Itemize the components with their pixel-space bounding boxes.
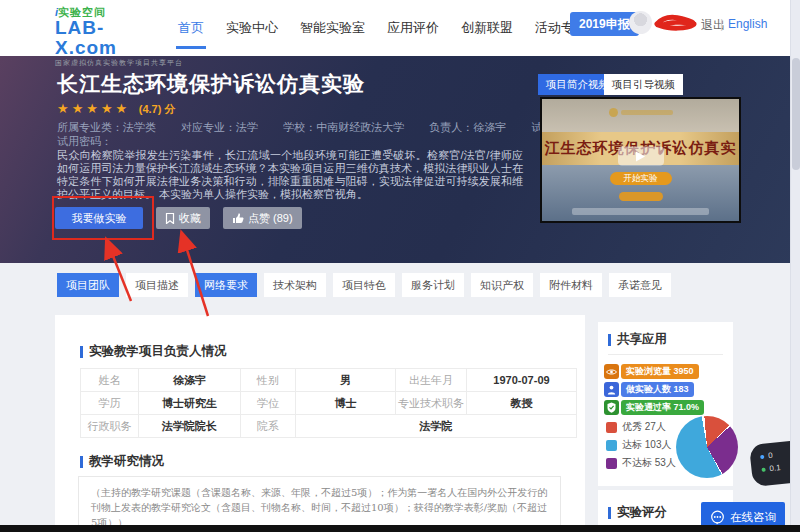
- legend-label-fail: 不达标 53人: [622, 456, 676, 470]
- section-accent-bar: [80, 456, 83, 468]
- main-content-card: 实验教学项目负责人情况 姓名 徐涤宇 性别 男 出生年月 1970-07-09 …: [55, 315, 585, 532]
- meta-major-value: 法学: [236, 121, 258, 133]
- meta-category-label: 所属专业类：: [57, 121, 123, 133]
- leader-section-title: 实验教学项目负责人情况: [89, 343, 227, 360]
- tab-guide-video[interactable]: 项目引导视频: [604, 74, 683, 95]
- tab-project-team[interactable]: 项目团队: [57, 273, 119, 297]
- green-dot-icon: [761, 467, 765, 471]
- tab-intellectual-property[interactable]: 知识产权: [471, 273, 533, 297]
- research-section-heading: 教学研究情况: [80, 453, 164, 470]
- emblem-text-bar: [621, 110, 673, 115]
- eye-icon: [604, 364, 619, 379]
- cell-education-value: 博士研究生: [139, 392, 241, 415]
- tab-attachments[interactable]: 附件材料: [540, 273, 602, 297]
- cell-degree-value: 博士: [296, 392, 396, 415]
- tab-project-description[interactable]: 项目描述: [126, 273, 188, 297]
- tab-commitment[interactable]: 承诺意见: [609, 273, 671, 297]
- meta-leader-label: 负责人：: [429, 121, 473, 133]
- tab-project-features[interactable]: 项目特色: [333, 273, 395, 297]
- legend-swatch-excellent: [606, 422, 617, 433]
- tab-service-plan[interactable]: 服务计划: [402, 273, 464, 297]
- shared-usage-card: 共享应用 实验浏览量 3950 做实验人数 183 实验通过率 71.0% 优秀…: [598, 322, 733, 486]
- views-stat-label: 实验浏览量 3950: [621, 364, 699, 379]
- site-logo[interactable]: i实验空间 LAB-X.com 国家虚拟仿真实验教学项目共享平台: [55, 7, 165, 67]
- emblem-seal-icon: [609, 108, 618, 117]
- play-icon: [636, 151, 645, 161]
- meta-category-value: 法学类: [123, 121, 156, 133]
- blue-dot-icon: [760, 454, 764, 458]
- legend-swatch-fail: [606, 458, 617, 469]
- collect-label: 收藏: [179, 211, 201, 226]
- nav-item-app-review[interactable]: 应用评价: [387, 19, 439, 37]
- tab-network-requirements[interactable]: 网络要求: [195, 273, 257, 297]
- thumbs-up-icon: [232, 212, 244, 224]
- star-icons: ★★★★★: [57, 101, 130, 116]
- language-link[interactable]: English: [728, 17, 767, 31]
- cell-birth-value: 1970-07-09: [467, 369, 577, 392]
- widget-value-1: 0: [767, 449, 773, 462]
- redacted-username-scribble: [653, 12, 699, 32]
- start-experiment-button[interactable]: 开始实验: [610, 172, 672, 185]
- logo-tagline: 国家虚拟仿真实验教学项目共享平台: [55, 58, 165, 67]
- table-row: 姓名 徐涤宇 性别 男 出生年月 1970-07-09: [81, 369, 577, 392]
- cell-name-value: 徐涤宇: [139, 369, 241, 392]
- legend-label-pass: 达标 103人: [622, 438, 671, 452]
- views-stat-badge: 实验浏览量 3950: [604, 364, 699, 379]
- table-row: 学历 博士研究生 学位 博士 专业技术职务 教授: [81, 392, 577, 415]
- video-thumbnail: 江生态环境保护诉讼仿真实 开始实验: [542, 99, 739, 221]
- header-separator: |: [720, 17, 723, 31]
- leader-section-heading: 实验教学项目负责人情况: [80, 343, 227, 360]
- logo-main: LAB-X.com: [55, 18, 165, 58]
- page-title: 长江生态环境保护诉讼仿真实验: [57, 70, 365, 98]
- scrollbar-thumb[interactable]: [792, 58, 800, 170]
- meta-major-label: 对应专业：: [181, 121, 236, 133]
- bottom-window-edge: [0, 525, 800, 532]
- cell-admin-value: 法学院院长: [139, 415, 241, 438]
- secondary-orange-chip: [619, 192, 663, 201]
- nav-item-smart-lab[interactable]: 智能实验室: [300, 19, 365, 37]
- user-icon: [604, 382, 619, 397]
- widget-value-2: 0.1: [769, 461, 781, 475]
- score-section-title: 实验评分: [617, 504, 667, 521]
- pass-rate-stat-badge: 实验通过率 71.0%: [604, 400, 704, 415]
- cell-birth-label: 出生年月: [396, 369, 467, 392]
- project-description: 民众向检察院举报发生污染事件，长江流域一个地段环境可能正遭受破坏。检察官/法官/…: [57, 149, 523, 201]
- cell-education-label: 学历: [81, 392, 139, 415]
- like-button[interactable]: 点赞 (89): [223, 207, 302, 229]
- chat-icon: [710, 510, 725, 525]
- nav-item-home[interactable]: 首页: [178, 19, 204, 37]
- cell-title-value: 教授: [467, 392, 577, 415]
- nav-item-innovation-alliance[interactable]: 创新联盟: [461, 19, 513, 37]
- legend-swatch-pass: [606, 440, 617, 451]
- play-button[interactable]: [618, 147, 664, 166]
- cell-gender-value: 男: [296, 369, 396, 392]
- main-nav: 首页 实验中心 智能实验室 应用评价 创新联盟 活动专题: [178, 0, 587, 56]
- score-section-heading: 实验评分: [608, 504, 667, 521]
- research-section-title: 教学研究情况: [89, 453, 164, 470]
- thumbnail-emblem: [609, 108, 673, 117]
- do-experiment-button[interactable]: 我要做实验: [55, 207, 143, 229]
- section-accent-bar: [608, 334, 611, 346]
- thumbnail-caption-bar: [572, 208, 710, 215]
- meta-trial-password-label: 试用密码：: [57, 134, 112, 149]
- nav-item-experiment-center[interactable]: 实验中心: [226, 19, 278, 37]
- rating-row: ★★★★★ (4.7) 分: [57, 99, 175, 117]
- video-player[interactable]: 江生态环境保护诉讼仿真实 开始实验: [540, 97, 741, 223]
- avatar[interactable]: [629, 11, 652, 34]
- results-pie-chart: [676, 416, 738, 478]
- cell-department-label: 院系: [241, 415, 296, 438]
- hero-banner: 长江生态环境保护诉讼仿真实验 ★★★★★ (4.7) 分 所属专业类：法学类 对…: [0, 56, 800, 263]
- project-meta-row: 所属专业类：法学类 对应专业：法学 学校：中南财经政法大学 负责人：徐涤宇 试用…: [57, 120, 608, 135]
- legend-label-excellent: 优秀 27人: [622, 420, 666, 434]
- tab-technical-architecture[interactable]: 技术架构: [264, 273, 326, 297]
- page-scrollbar[interactable]: [790, 0, 800, 532]
- pass-rate-stat-label: 实验通过率 71.0%: [621, 400, 704, 415]
- collect-button[interactable]: 收藏: [156, 207, 210, 229]
- meta-leader-value: 徐涤宇: [473, 121, 506, 133]
- legend-item-excellent: 优秀 27人: [606, 420, 666, 434]
- research-note-text: （主持的教学研究课题（含课题名称、来源、年限，不超过5项）；作为第一署名人在国内…: [91, 485, 548, 530]
- cell-department-value: 法学院: [296, 415, 577, 438]
- cell-gender-label: 性别: [241, 369, 296, 392]
- cell-title-label: 专业技术职务: [396, 392, 467, 415]
- section-tabs: 项目团队 项目描述 网络要求 技术架构 项目特色 服务计划 知识产权 附件材料 …: [57, 273, 671, 297]
